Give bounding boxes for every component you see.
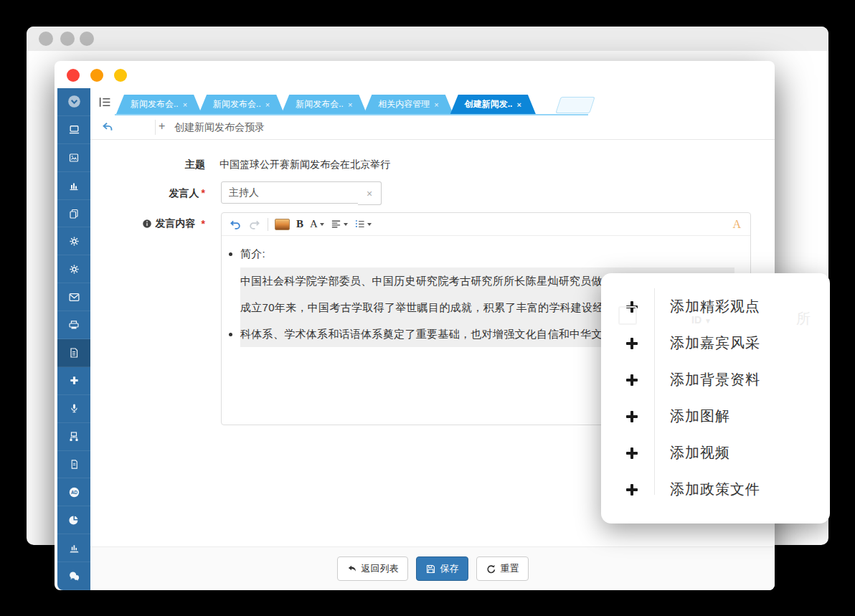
- menu-item-label: 添加视频: [670, 443, 730, 463]
- tab-news-2[interactable]: 新闻发布会..×: [199, 95, 284, 114]
- sidebar-item-workspace[interactable]: [57, 116, 90, 144]
- font-color-button[interactable]: A: [310, 218, 324, 230]
- speaker-input[interactable]: [221, 181, 373, 204]
- menu-item-label: 添加精彩观点: [670, 297, 760, 316]
- sidebar-item-settings[interactable]: [57, 227, 90, 255]
- back-to-list-label: 返回列表: [362, 562, 399, 575]
- topic-label: 主题: [98, 158, 205, 171]
- save-label: 保存: [440, 562, 459, 575]
- tab-related-content[interactable]: 相关内容管理×: [364, 95, 453, 114]
- stats-icon: [69, 543, 80, 554]
- tab-create-news-active[interactable]: 创建新闻发..×: [450, 95, 536, 114]
- svg-text:AD: AD: [70, 490, 77, 495]
- gear-icon: [69, 264, 80, 275]
- topic-value: 中国篮球公开赛新闻发布会在北京举行: [219, 158, 390, 171]
- tab-news-3[interactable]: 新闻发布会..×: [281, 95, 367, 114]
- plus-icon: [625, 446, 639, 460]
- sidebar-item-copy[interactable]: [57, 200, 90, 228]
- sitemap-icon: [68, 431, 80, 442]
- menu-item-add-diagram[interactable]: 添加图解: [601, 398, 830, 435]
- tabs: 新闻发布会..× 新闻发布会..× 新闻发布会..× 相关内容管理× 创建新闻发…: [116, 92, 533, 114]
- align-left-icon: [331, 219, 341, 229]
- chevron-down-icon: [320, 223, 324, 226]
- menu-item-add-video[interactable]: 添加视频: [601, 435, 830, 471]
- reset-button[interactable]: 重置: [476, 556, 529, 581]
- sidebar-item-news[interactable]: [57, 144, 90, 172]
- back-to-list-button[interactable]: 返回列表: [337, 556, 408, 581]
- tab-strip: 新闻发布会..× 新闻发布会..× 新闻发布会..× 相关内容管理× 创建新闻发…: [90, 88, 775, 116]
- sidebar-item-network[interactable]: [57, 423, 90, 451]
- sidebar-item-reports[interactable]: [57, 506, 90, 534]
- sidebar-nav: AD: [57, 88, 90, 590]
- menu-item-add-guest[interactable]: 添加嘉宾风采: [601, 325, 830, 361]
- page-title: 创建新闻发布会预录: [174, 121, 265, 134]
- window-dot: [60, 32, 75, 46]
- back-arrow-icon[interactable]: [100, 120, 114, 134]
- plus-icon: +: [159, 120, 165, 133]
- chevron-down-icon: [367, 223, 372, 226]
- menu-item-add-background[interactable]: 添加背景资料: [601, 361, 830, 398]
- ordered-list-icon: [354, 219, 365, 229]
- inbox-icon: [68, 319, 80, 331]
- insert-image-icon[interactable]: [275, 219, 290, 230]
- bar-chart-icon: [68, 180, 80, 191]
- close-window-button[interactable]: [67, 69, 80, 82]
- file-icon: [69, 459, 80, 470]
- sidebar-item-statistics[interactable]: [57, 534, 90, 562]
- plus-icon: [625, 409, 639, 424]
- sidebar-item-files[interactable]: [57, 451, 90, 479]
- tab-list-icon[interactable]: [98, 95, 112, 109]
- tab-stub: [555, 97, 595, 113]
- sidebar-item-audio[interactable]: [57, 395, 90, 423]
- clear-x-icon: ×: [367, 188, 372, 199]
- close-icon[interactable]: ×: [348, 100, 352, 109]
- background-window-titlebar: [27, 27, 828, 51]
- bullet-intro: 简介:: [240, 245, 750, 262]
- sidebar-item-ads[interactable]: AD: [57, 478, 90, 506]
- menu-item-label: 添加嘉宾风采: [670, 333, 760, 353]
- bold-button[interactable]: B: [296, 218, 303, 230]
- plus-icon: [625, 336, 639, 351]
- laptop-icon: [68, 123, 80, 136]
- sidebar-item-inbox[interactable]: [57, 311, 90, 339]
- sidebar-item-wechat[interactable]: [57, 562, 90, 590]
- ordered-list-button[interactable]: [354, 219, 372, 229]
- close-icon[interactable]: ×: [183, 100, 187, 109]
- sidebar-item-health[interactable]: [57, 367, 90, 395]
- undo-icon[interactable]: [229, 218, 242, 231]
- sidebar-item-collapse[interactable]: [57, 88, 90, 116]
- plus-icon: [625, 483, 639, 497]
- reset-icon: [486, 564, 496, 574]
- speaker-label: 发言人*: [98, 187, 205, 200]
- chevron-down-icon: [344, 223, 348, 226]
- close-icon[interactable]: ×: [434, 100, 438, 109]
- tab-news-1[interactable]: 新闻发布会..×: [116, 95, 202, 114]
- tab-label: 新闻发布会..: [131, 98, 179, 110]
- menu-item-add-policy[interactable]: 添加政策文件: [601, 471, 830, 508]
- clear-input-button[interactable]: ×: [358, 181, 382, 205]
- tab-label: 相关内容管理: [378, 98, 430, 110]
- save-button[interactable]: 保存: [416, 556, 468, 581]
- sidebar-item-mail[interactable]: [57, 283, 90, 311]
- editor-toolbar: B A A: [222, 213, 750, 236]
- sidebar-item-config[interactable]: [57, 255, 90, 283]
- gear-icon: [69, 236, 80, 247]
- close-icon[interactable]: ×: [265, 100, 270, 109]
- popup-divider: [654, 288, 655, 495]
- menu-item-label: 添加图解: [670, 407, 730, 426]
- breadcrumb-bar: + 创建新闻发布会预录: [90, 115, 775, 140]
- zoom-window-button[interactable]: [114, 69, 127, 82]
- desktop-background: AD 新闻发布会..× 新闻发布会..× 新闻发布会..× 相关内容管理× 创建…: [0, 0, 855, 616]
- info-icon: [142, 219, 152, 229]
- align-button[interactable]: [331, 219, 348, 229]
- redo-icon[interactable]: [248, 218, 261, 231]
- minimize-window-button[interactable]: [90, 69, 103, 82]
- wechat-icon: [68, 570, 80, 582]
- close-icon[interactable]: ×: [516, 100, 521, 109]
- sidebar-item-documents-active[interactable]: [57, 339, 90, 367]
- sidebar-item-analytics[interactable]: [57, 172, 90, 200]
- required-mark: *: [202, 187, 205, 199]
- required-mark: *: [202, 218, 205, 229]
- ghost-suo-label: 所: [796, 309, 811, 328]
- content-label: 发言内容*: [98, 217, 205, 230]
